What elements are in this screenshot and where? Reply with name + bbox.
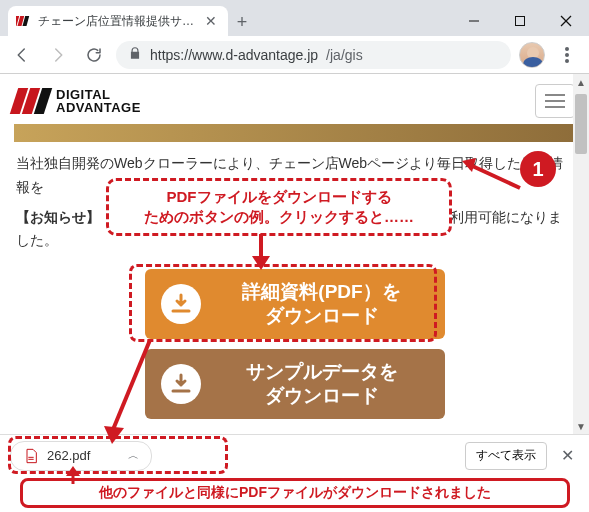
logo-text-line2: ADVANTAGE — [56, 101, 141, 114]
notice-label: 【お知らせ】 — [16, 209, 100, 225]
svg-rect-4 — [516, 17, 525, 26]
scroll-down-icon[interactable]: ▼ — [573, 418, 589, 434]
favicon-icon — [16, 13, 32, 29]
window-close-button[interactable] — [543, 6, 589, 36]
annotation-arrow-3 — [100, 336, 160, 446]
tab-title: チェーン店位置情報提供サービス（G — [38, 13, 198, 30]
show-all-label: すべて表示 — [476, 447, 536, 464]
download-icon — [161, 364, 201, 404]
chevron-up-icon[interactable]: ︿ — [128, 448, 139, 463]
btn1-line1: 詳細資料(PDF）を — [242, 281, 400, 302]
lock-icon — [128, 46, 142, 63]
browser-tab[interactable]: チェーン店位置情報提供サービス（G ✕ — [8, 6, 228, 36]
scrollbar[interactable]: ▲ ▼ — [573, 74, 589, 434]
download-icon — [161, 284, 201, 324]
annotation-arrow-4 — [58, 466, 88, 486]
address-bar[interactable]: https://www.d-advantage.jp/ja/gis — [116, 41, 511, 69]
profile-avatar[interactable] — [519, 42, 545, 68]
download-pdf-button[interactable]: 詳細資料(PDF）をダウンロード — [145, 269, 445, 339]
hero-image — [14, 124, 575, 142]
new-tab-button[interactable]: + — [228, 8, 256, 36]
download-filename: 262.pdf — [47, 448, 90, 463]
pdf-file-icon — [23, 448, 39, 464]
btn2-line2: ダウンロード — [265, 385, 379, 406]
window-minimize-button[interactable] — [451, 6, 497, 36]
forward-button[interactable] — [44, 41, 72, 69]
tab-close-icon[interactable]: ✕ — [204, 14, 218, 28]
svg-point-8 — [565, 53, 569, 57]
close-download-shelf-button[interactable]: ✕ — [555, 444, 579, 468]
annotation-arrow-2 — [246, 232, 276, 272]
svg-point-9 — [565, 59, 569, 63]
logo-bars-icon — [14, 88, 48, 114]
url-path: /ja/gis — [326, 47, 363, 63]
btn1-line2: ダウンロード — [265, 305, 379, 326]
site-menu-button[interactable] — [535, 84, 575, 118]
download-sample-button[interactable]: サンプルデータをダウンロード — [145, 349, 445, 419]
scroll-up-icon[interactable]: ▲ — [573, 74, 589, 90]
browser-menu-button[interactable] — [553, 41, 581, 69]
show-all-downloads-button[interactable]: すべて表示 — [465, 442, 547, 470]
reload-button[interactable] — [80, 41, 108, 69]
btn2-line1: サンプルデータを — [246, 361, 398, 382]
site-logo[interactable]: DIGITALADVANTAGE — [14, 88, 141, 114]
back-button[interactable] — [8, 41, 36, 69]
url-host: https://www.d-advantage.jp — [150, 47, 318, 63]
svg-point-7 — [565, 47, 569, 51]
annotation-callout-2: 他のファイルと同様にPDFファイルがダウンロードされました — [20, 478, 570, 508]
annotation-arrow-1 — [460, 158, 530, 198]
window-maximize-button[interactable] — [497, 6, 543, 36]
scrollbar-thumb[interactable] — [575, 94, 587, 154]
